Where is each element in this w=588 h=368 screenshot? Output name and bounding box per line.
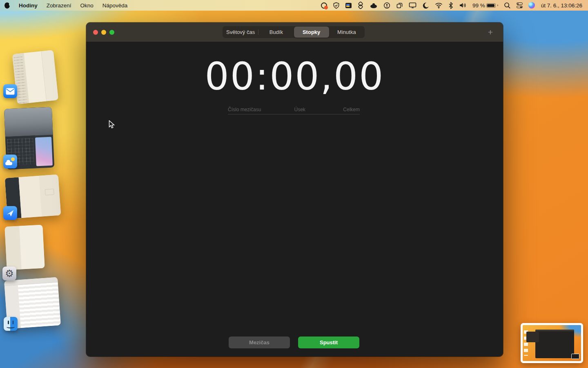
siri-icon[interactable] [526, 0, 538, 11]
battery-icon [486, 3, 496, 8]
close-button[interactable] [93, 30, 98, 35]
tab-svetovy-cas[interactable]: Světový čas [223, 27, 258, 38]
screenshot-preview-image [523, 325, 581, 361]
mouse-cursor [109, 120, 116, 131]
battery-percent-label: 99 % [472, 2, 485, 9]
lap-table-header: Číslo mezičasu Úsek Celkem [228, 105, 360, 114]
add-button[interactable]: + [485, 27, 496, 38]
zoom-button[interactable] [109, 30, 114, 35]
menu-napoveda[interactable]: Nápověda [98, 0, 132, 11]
apple-icon [4, 2, 10, 9]
expose-window-settings[interactable] [4, 225, 45, 270]
weather-icon [3, 155, 17, 168]
shield-check-icon[interactable] [330, 0, 343, 11]
spark-icon [3, 206, 17, 220]
app-swirl-icon[interactable] [318, 0, 330, 11]
spotlight-icon[interactable] [501, 0, 514, 11]
lap-col-number: Číslo mezičasu [228, 107, 280, 112]
menu-zobrazeni[interactable]: Zobrazení [42, 0, 76, 11]
wifi-icon[interactable] [432, 0, 445, 11]
screenshot-preview[interactable] [521, 323, 583, 363]
battery-indicator[interactable]: 99 % [470, 0, 501, 11]
app-menu-hodiny[interactable]: Hodiny [14, 0, 42, 11]
clock-app-window: Světový čas Budík Stopky Minutka + 00:00… [86, 22, 503, 357]
hat-icon[interactable] [367, 0, 381, 11]
lap-col-total: Celkem [320, 107, 360, 112]
bluetooth-icon[interactable] [445, 0, 456, 11]
start-button[interactable]: Spustit [298, 337, 359, 348]
flag-icon[interactable] [343, 0, 354, 11]
lap-button[interactable]: Mezičas [229, 337, 290, 348]
lap-col-split: Úsek [280, 107, 320, 112]
tab-minutka[interactable]: Minutka [329, 27, 364, 38]
window-titlebar[interactable]: Světový čas Budík Stopky Minutka + [86, 22, 503, 42]
minimize-button[interactable] [101, 30, 106, 35]
apple-menu[interactable] [0, 0, 14, 11]
tab-bar: Světový čas Budík Stopky Minutka [223, 26, 365, 38]
stopwatch-time: 00:00,00 [86, 54, 503, 99]
tab-stopky[interactable]: Stopky [294, 27, 329, 38]
volume-icon[interactable] [456, 0, 470, 11]
control-center-icon[interactable] [514, 0, 526, 11]
menu-okno[interactable]: Okno [76, 0, 98, 11]
moon-icon[interactable] [419, 0, 432, 11]
expose-window-mail[interactable] [12, 50, 58, 104]
tab-budik[interactable]: Budík [258, 27, 294, 38]
copy-icon[interactable] [393, 0, 406, 11]
finder-icon [4, 317, 18, 331]
account-icon[interactable] [381, 0, 393, 11]
mail-icon [3, 84, 17, 98]
display-icon[interactable] [406, 0, 419, 11]
menu-bar: Hodiny Zobrazení Okno Nápověda [0, 0, 588, 11]
settings-gear-icon: ⚙ [2, 267, 16, 280]
menubar-clock[interactable]: út 7. 6., 13:06:26 [538, 2, 584, 9]
layers-icon[interactable] [354, 0, 367, 11]
